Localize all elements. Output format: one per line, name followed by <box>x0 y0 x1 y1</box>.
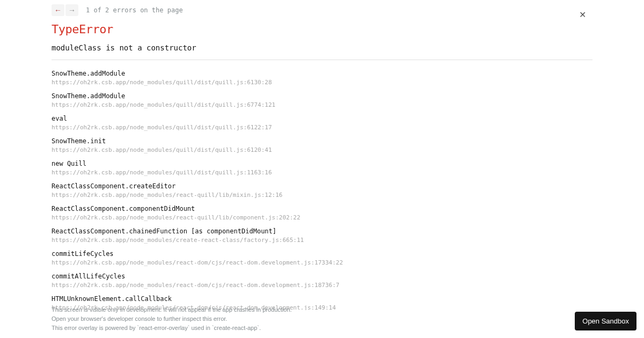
error-message: moduleClass is not a constructor <box>52 43 592 52</box>
error-overlay: ← → 1 of 2 errors on the page ✕ TypeErro… <box>0 0 644 338</box>
stack-frame[interactable]: SnowTheme.addModulehttps://oh2rk.csb.app… <box>52 70 592 86</box>
arrow-left-icon: ← <box>54 6 62 14</box>
frame-location: https://oh2rk.csb.app/node_modules/quill… <box>52 124 592 131</box>
arrow-right-icon: → <box>68 6 76 14</box>
frame-function: ReactClassComponent.chainedFunction [as … <box>52 227 592 235</box>
error-type: TypeError <box>52 23 592 36</box>
stack-frame[interactable]: commitAllLifeCycleshttps://oh2rk.csb.app… <box>52 273 592 289</box>
stack-frame[interactable]: SnowTheme.addModulehttps://oh2rk.csb.app… <box>52 92 592 108</box>
frame-function: eval <box>52 115 592 122</box>
overlay-content: TypeError moduleClass is not a construct… <box>0 16 644 310</box>
frame-function: SnowTheme.addModule <box>52 92 592 100</box>
frame-location: https://oh2rk.csb.app/node_modules/quill… <box>52 79 592 86</box>
frame-location: https://oh2rk.csb.app/node_modules/react… <box>52 259 592 266</box>
frame-function: SnowTheme.addModule <box>52 70 592 77</box>
frame-location: https://oh2rk.csb.app/node_modules/creat… <box>52 237 592 244</box>
stack-frame[interactable]: ReactClassComponent.componentDidMounthtt… <box>52 205 592 221</box>
frame-location: https://oh2rk.csb.app/node_modules/react… <box>52 214 592 221</box>
frame-function: commitAllLifeCycles <box>52 273 592 280</box>
frame-location: https://oh2rk.csb.app/node_modules/react… <box>52 192 592 199</box>
frame-location: https://oh2rk.csb.app/node_modules/react… <box>52 282 592 289</box>
stack-frame[interactable]: commitLifeCycleshttps://oh2rk.csb.app/no… <box>52 250 592 266</box>
overlay-footer: This screen is visible only in developme… <box>52 305 292 333</box>
frame-function: commitLifeCycles <box>52 250 592 258</box>
stack-frame[interactable]: evalhttps://oh2rk.csb.app/node_modules/q… <box>52 115 592 131</box>
prev-error-button[interactable]: ← <box>52 4 64 16</box>
footer-line: This screen is visible only in developme… <box>52 305 292 314</box>
frame-location: https://oh2rk.csb.app/node_modules/quill… <box>52 101 592 108</box>
close-icon: ✕ <box>579 10 586 19</box>
frame-function: ReactClassComponent.componentDidMount <box>52 205 592 212</box>
frame-function: new Quill <box>52 160 592 167</box>
frame-location: https://oh2rk.csb.app/node_modules/quill… <box>52 146 592 153</box>
footer-line: This error overlay is powered by `react-… <box>52 324 292 333</box>
frame-function: HTMLUnknownElement.callCallback <box>52 295 592 303</box>
open-sandbox-button[interactable]: Open Sandbox <box>575 312 636 330</box>
stack-frame[interactable]: SnowTheme.inithttps://oh2rk.csb.app/node… <box>52 137 592 153</box>
divider <box>52 60 592 60</box>
stack-frame[interactable]: ReactClassComponent.chainedFunction [as … <box>52 227 592 244</box>
frame-function: ReactClassComponent.createEditor <box>52 182 592 190</box>
stack-frame[interactable]: new Quillhttps://oh2rk.csb.app/node_modu… <box>52 160 592 176</box>
footer-line: Open your browser's developer console to… <box>52 314 292 324</box>
stack-trace: SnowTheme.addModulehttps://oh2rk.csb.app… <box>52 70 592 310</box>
frame-location: https://oh2rk.csb.app/node_modules/quill… <box>52 169 592 176</box>
error-nav: ← → <box>52 4 78 16</box>
overlay-header: ← → 1 of 2 errors on the page <box>0 0 644 16</box>
frame-function: SnowTheme.init <box>52 137 592 145</box>
close-button[interactable]: ✕ <box>579 10 586 20</box>
error-count-label: 1 of 2 errors on the page <box>86 6 183 14</box>
next-error-button[interactable]: → <box>65 4 78 16</box>
stack-frame[interactable]: ReactClassComponent.createEditorhttps://… <box>52 182 592 199</box>
